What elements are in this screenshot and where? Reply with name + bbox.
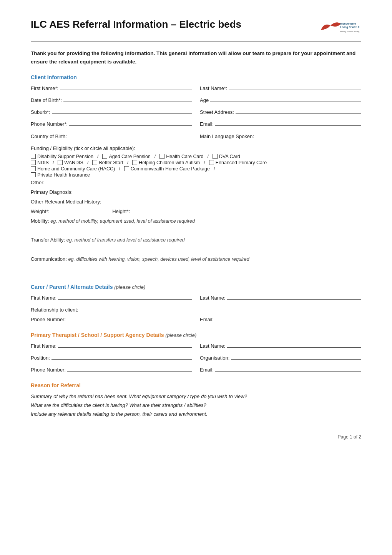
therapist-section-title: Primary Therapist / School / Support Age…	[31, 332, 361, 338]
therapist-phone-email-row: Phone Number: Email:	[31, 366, 361, 375]
carer-first-name-label: First Name:	[31, 294, 56, 302]
therapist-last-name-field: Last Name:	[200, 342, 361, 350]
email-field: Email:	[200, 120, 361, 128]
client-name-row: First Name*: Last Name*:	[31, 84, 361, 94]
first-name-input[interactable]	[60, 85, 192, 90]
carer-section-note: (please circle)	[114, 284, 145, 290]
client-section-title: Client Information	[31, 74, 361, 80]
carer-phone-input[interactable]	[67, 316, 192, 321]
checkbox-phi-box[interactable]	[31, 172, 36, 177]
carer-last-name-input[interactable]	[227, 294, 361, 300]
language-field: Main Language Spoken:	[200, 132, 361, 141]
mobility-hint: eg. method of mobility, equipment used, …	[50, 218, 195, 224]
weight-height-row: Weight*: _ Height*:	[31, 207, 361, 216]
checkbox-ndis[interactable]: NDIS	[31, 160, 49, 165]
communication-hint: eg. difficulties with hearing, vision, s…	[68, 257, 249, 262]
checkbox-betterstart[interactable]: Better Start	[92, 160, 123, 165]
carer-name-row: First Name: Last Name:	[31, 294, 361, 303]
checkbox-dva-box[interactable]	[213, 154, 218, 159]
svg-text:Making choices finding solutio: Making choices finding solutions	[340, 30, 359, 33]
last-name-input[interactable]	[229, 85, 361, 90]
therapist-last-name-input[interactable]	[227, 342, 361, 348]
referral-line3: Include any relevant details relating to…	[31, 410, 361, 419]
checkbox-dva[interactable]: DVA Card	[213, 154, 240, 159]
therapist-phone-input[interactable]	[67, 366, 192, 372]
carer-phone-email-row: Phone Number: Email:	[31, 315, 361, 325]
carer-phone-field: Phone Number:	[31, 315, 192, 324]
checkbox-ndis-box[interactable]	[31, 160, 36, 165]
transfer-label: Transfer Ability:	[31, 237, 65, 243]
checkbox-acp-label: Aged Care Pension	[109, 154, 150, 159]
country-input[interactable]	[68, 133, 192, 138]
suburb-input[interactable]	[52, 108, 192, 114]
primary-diagnosis-label: Primary Diagnosis:	[31, 189, 73, 195]
suburb-street-row: Suburb*: Street Address:	[31, 108, 361, 118]
checkbox-hca-label: Helping Children with Autism	[139, 160, 200, 165]
phone-field: Phone Number*:	[31, 120, 192, 128]
checkbox-wandis-box[interactable]	[58, 160, 63, 165]
therapist-position-input[interactable]	[51, 354, 192, 360]
dob-age-row: Date of Birth*: Age	[31, 96, 361, 106]
checkbox-dsp-box[interactable]	[31, 154, 36, 159]
age-field: Age	[200, 96, 361, 105]
therapist-section-note: (please circle)	[165, 332, 196, 338]
street-input[interactable]	[236, 108, 361, 114]
checkbox-acp[interactable]: Aged Care Pension	[102, 154, 150, 159]
checkbox-hacc-box[interactable]	[31, 166, 36, 171]
height-input[interactable]	[131, 208, 178, 213]
carer-phone-label: Phone Number:	[31, 315, 66, 324]
carer-first-name-input[interactable]	[58, 294, 192, 300]
checkbox-betterstart-label: Better Start	[99, 160, 123, 165]
phone-input[interactable]	[69, 120, 192, 126]
age-label: Age	[200, 96, 209, 105]
checkbox-hcc-box[interactable]	[159, 154, 164, 159]
checkbox-chcp-label: Commonwealth Home Care Package	[131, 166, 210, 172]
intro-text: Thank you for providing the following in…	[31, 49, 361, 66]
referral-line2: What are the difficulties the client is …	[31, 401, 361, 410]
referral-line1: Summary of why the referral has been sen…	[31, 392, 361, 401]
transfer-field: Transfer Ability: eg. method of transfer…	[31, 236, 361, 244]
checkbox-epc-box[interactable]	[209, 160, 214, 165]
street-label: Street Address:	[200, 108, 234, 117]
checkbox-epc[interactable]: Enhanced Primary Care	[209, 160, 267, 165]
checkbox-row-2: NDIS / WANDIS / Better Start / Helping C…	[31, 160, 361, 165]
checkbox-betterstart-box[interactable]	[92, 160, 97, 165]
medical-history-field: Other Relevant Medical History:	[31, 198, 361, 206]
carer-relationship-label: Relationship to client:	[31, 307, 78, 313]
weight-label: Weight*:	[31, 207, 50, 216]
therapist-position-label: Position:	[31, 354, 50, 362]
phone-email-row: Phone Number*: Email:	[31, 120, 361, 130]
weight-input[interactable]	[51, 208, 97, 213]
logo-icon: Independent Living Centre WA Making choi…	[317, 18, 359, 38]
age-input[interactable]	[210, 97, 361, 102]
therapist-email-input[interactable]	[215, 366, 361, 372]
carer-section-title: Carer / Parent / Alternate Details (plea…	[31, 284, 361, 290]
carer-email-input[interactable]	[215, 316, 361, 321]
checkbox-hca[interactable]: Helping Children with Autism	[132, 160, 200, 165]
therapist-name-row: First Name: Last Name:	[31, 342, 361, 352]
language-input[interactable]	[256, 133, 361, 138]
checkbox-phi[interactable]: Private Health Insurance	[31, 172, 90, 178]
email-input[interactable]	[215, 120, 361, 126]
dob-input[interactable]	[63, 97, 192, 102]
country-label: Country of Birth:	[31, 132, 67, 141]
therapist-organisation-input[interactable]	[231, 354, 361, 360]
language-label: Main Language Spoken:	[200, 132, 254, 141]
checkbox-chcp-box[interactable]	[124, 166, 129, 171]
therapist-first-name-input[interactable]	[58, 342, 192, 348]
checkbox-chcp[interactable]: Commonwealth Home Care Package	[124, 166, 210, 172]
checkbox-hacc[interactable]: Home and Community Care (HACC)	[31, 166, 115, 172]
checkbox-wandis[interactable]: WANDIS	[58, 160, 83, 165]
referral-section-title: Reason for Referral	[31, 382, 361, 388]
carer-last-name-field: Last Name:	[200, 294, 361, 302]
carer-first-name-field: First Name:	[31, 294, 192, 302]
checkbox-hca-box[interactable]	[132, 160, 137, 165]
therapist-first-name-field: First Name:	[31, 342, 192, 350]
checkbox-dsp[interactable]: Disability Support Pension	[31, 154, 93, 159]
checkbox-acp-box[interactable]	[102, 154, 107, 159]
phone-label: Phone Number*:	[31, 120, 68, 128]
checkbox-hacc-label: Home and Community Care (HACC)	[37, 166, 115, 172]
checkbox-hcc[interactable]: Health Care Card	[159, 154, 203, 159]
checkbox-dsp-label: Disability Support Pension	[37, 154, 93, 159]
svg-text:Living Centre WA: Living Centre WA	[340, 26, 359, 29]
